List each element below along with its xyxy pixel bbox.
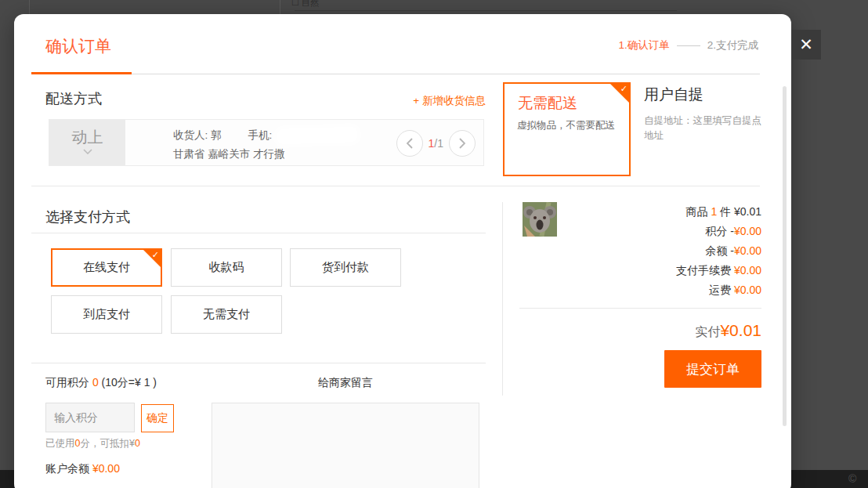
step-payment-done: 2.支付完成: [707, 38, 758, 52]
points-title: 可用积分: [45, 376, 92, 389]
submit-order-button[interactable]: 提交订单: [664, 350, 761, 388]
modal-scrollbar-thumb[interactable]: [783, 86, 787, 426]
step-connector: [677, 45, 700, 46]
fee-row-balance: 余额 -¥0.00: [519, 241, 761, 261]
total-value: ¥0.01: [720, 321, 761, 339]
page-title: 确认订单: [45, 35, 111, 57]
active-tab-underline: [31, 72, 132, 74]
address-tag-label: 动上: [72, 127, 103, 148]
payment-method-label: 收款码: [209, 260, 244, 273]
bg-artifact-line: [295, 10, 677, 11]
merchant-message-label: 给商家留言: [212, 376, 479, 390]
summary-divider: [519, 308, 761, 309]
delivery-option-desc: 虚拟物品，不需要配送: [517, 119, 615, 132]
points-confirm-button[interactable]: 确定: [141, 404, 174, 432]
address-card[interactable]: 动上 收货人: 郭 手机: 甘肃省 嘉峪关市 才行撒 1/1: [49, 119, 484, 166]
points-used-middle: 分，可抵扣¥: [80, 438, 134, 449]
bg-artifact-line: [280, 0, 280, 14]
bg-page-text: ☐ 自然: [291, 0, 319, 9]
payment-method-label: 到店支付: [83, 307, 130, 320]
delivery-option-self-pickup[interactable]: 用户自提 自提地址：这里填写自提点地址: [644, 82, 774, 176]
address-pager: 1/1: [396, 130, 476, 157]
header-divider: [31, 74, 760, 74]
prev-address-button[interactable]: [396, 130, 423, 157]
bg-artifact-line: [29, 0, 30, 14]
delivery-option-desc: 自提地址：这里填写自提点地址: [644, 114, 768, 143]
account-balance-line: 账户余额 ¥0.00: [45, 462, 120, 476]
add-address-link[interactable]: + 新增收货信息: [413, 94, 486, 108]
payment-method-label: 无需支付: [203, 307, 250, 320]
payment-method-online[interactable]: ✓ 在线支付: [51, 248, 162, 287]
checkout-steps: 1.确认订单 2.支付完成: [618, 38, 758, 52]
delivery-section-title: 配送方式: [45, 89, 102, 108]
fee-row-shipping: 运费 ¥0.00: [519, 280, 761, 300]
payment-method-cod[interactable]: 货到付款: [290, 248, 401, 287]
check-icon: ✓: [152, 250, 159, 260]
payment-method-instore[interactable]: 到店支付: [51, 295, 162, 334]
product-label: 商品: [685, 205, 711, 218]
phone-redacted-blur: [275, 125, 360, 146]
total-label: 实付: [695, 325, 720, 338]
merchant-message-textarea[interactable]: [212, 403, 479, 488]
fee-row-points: 积分 -¥0.00: [519, 222, 761, 241]
chevron-left-icon: [406, 138, 413, 149]
account-balance-label: 账户余额: [45, 462, 92, 475]
delivery-option-title: 无需配送: [518, 93, 577, 114]
points-rate-note: (10分=¥ 1 ): [99, 376, 157, 389]
product-amount: ¥0.01: [734, 205, 761, 218]
payment-section-title: 选择支付方式: [45, 208, 130, 226]
step-confirm-order: 1.确认订单: [618, 38, 669, 52]
phone-label: 手机:: [248, 128, 273, 143]
order-confirm-modal: 确认订单 1.确认订单 2.支付完成 配送方式 + 新增收货信息 动上 收货人:…: [14, 14, 791, 488]
address-region: 甘肃省 嘉峪关市 才行撒: [173, 147, 360, 161]
points-available-value: 0: [92, 376, 99, 389]
chevron-down-icon: [83, 149, 92, 154]
next-address-button[interactable]: [449, 130, 476, 157]
check-icon: ✓: [620, 84, 627, 94]
points-input[interactable]: [45, 403, 135, 432]
points-divider: [31, 363, 486, 363]
points-used-prefix: 已使用: [45, 438, 75, 449]
section-divider: [31, 186, 760, 186]
product-qty: 1: [711, 205, 717, 218]
account-balance-value: ¥0.00: [92, 462, 120, 475]
close-button[interactable]: ✕: [791, 30, 821, 60]
points-used-line: 已使用0分，可抵扣¥0: [45, 437, 140, 450]
total-line: 实付¥0.01: [519, 321, 761, 341]
payment-method-none[interactable]: 无需支付: [171, 295, 282, 334]
payment-method-qrcode[interactable]: 收款码: [171, 248, 282, 287]
fee-row-service: 支付手续费 ¥0.00: [519, 261, 761, 280]
payment-method-label: 货到付款: [322, 260, 369, 273]
product-unit: 件: [717, 205, 734, 218]
address-info: 收货人: 郭 手机: 甘肃省 嘉峪关市 才行撒: [173, 126, 360, 161]
close-icon: ✕: [799, 35, 813, 53]
points-deduct-value: 0: [135, 438, 140, 449]
delivery-option-no-shipping[interactable]: ✓ 无需配送 虚拟物品，不需要配送: [503, 82, 631, 176]
payment-divider: [31, 233, 486, 233]
delivery-option-title: 用户自提: [644, 85, 703, 105]
fee-row-product: 商品 1 件 ¥0.01: [519, 202, 761, 222]
available-points-label: 可用积分 0 (10分=¥ 1 ): [45, 376, 157, 390]
summary-vertical-divider: [502, 202, 503, 396]
bg-copyright-glyph: ©: [848, 472, 856, 485]
address-tag[interactable]: 动上: [49, 120, 125, 165]
receiver-name: 收货人: 郭: [173, 128, 222, 143]
chevron-right-icon: [459, 138, 466, 149]
pager-count: 1/1: [429, 137, 443, 150]
pager-total: /1: [434, 137, 443, 150]
fee-list: 商品 1 件 ¥0.01 积分 -¥0.00 余额 -¥0.00 支付手续费 ¥…: [519, 202, 761, 300]
payment-method-label: 在线支付: [83, 260, 130, 273]
